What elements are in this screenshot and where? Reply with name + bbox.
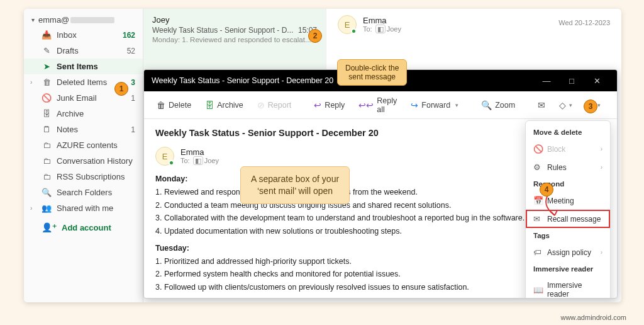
mail-icon: ✉ (538, 100, 545, 110)
forward-button[interactable]: ↪Forward▾ (406, 97, 464, 113)
presence-dot-icon (351, 28, 357, 34)
sidebar-item-label: Sent Items (57, 62, 135, 71)
sidebar-item-label: Conversation History (57, 156, 135, 166)
meeting-icon: 📅 (533, 196, 542, 205)
close-button[interactable]: ✕ (584, 76, 609, 86)
sidebar-item-folder[interactable]: 🗀 Conversation History (24, 153, 143, 169)
count: 3 (131, 78, 135, 87)
sidebar-item-label: Shared with me (57, 203, 135, 213)
forward-icon: ↪ (411, 100, 418, 110)
avatar: E (338, 15, 357, 34)
list-subject: Weekly Task Status - Senior Support - D.… (152, 26, 293, 35)
sidebar-item-shared[interactable]: › 👥 Shared with me (24, 200, 143, 216)
chevron-right-icon: › (30, 79, 32, 86)
add-account-label: Add account (62, 223, 111, 232)
sidebar-item-label: Archive (57, 109, 135, 118)
sidebar-item-label: AZURE contents (57, 140, 135, 150)
notes-icon: 🗒 (42, 125, 52, 134)
block-icon: 🚫 (533, 144, 542, 154)
recipient-chip[interactable]: ◧ (375, 25, 386, 33)
person-plus-icon: 👤⁺ (42, 222, 57, 232)
account-email: emma@ (38, 15, 69, 25)
presence-dot-icon (169, 160, 174, 166)
step-badge-1: 1 (114, 82, 128, 96)
chevron-right-icon: › (601, 249, 602, 256)
tip-double-click: Double-click the sent message (337, 59, 407, 86)
unread-count: 162 (123, 31, 135, 40)
menu-label: Meeting (547, 197, 574, 205)
menu-assign-policy[interactable]: 🏷Assign policy› (526, 243, 610, 261)
sidebar-item-notes[interactable]: 🗒 Notes 1 (24, 122, 143, 137)
categorize-button[interactable]: ◇▾ (554, 97, 577, 113)
junk-icon: 🚫 (42, 93, 52, 103)
archive-icon: 🗄 (42, 109, 52, 118)
add-account-button[interactable]: 👤⁺ Add account (24, 216, 143, 236)
zoom-icon: 🔍 (481, 100, 492, 110)
chevron-down-icon: ▾ (455, 102, 458, 108)
archive-icon: 🗄 (205, 100, 214, 110)
step-badge-2: 2 (308, 29, 322, 43)
replyall-icon: ↩↩ (358, 100, 374, 110)
folder-icon: 🗀 (42, 156, 52, 166)
tag-icon: ◇ (559, 100, 566, 110)
to-label: To: (180, 157, 190, 164)
count: 1 (131, 125, 135, 134)
btn-label: Zoom (495, 101, 515, 110)
btn-label: Report (268, 101, 292, 110)
read-to: Joey (387, 25, 401, 33)
btn-label: Delete (169, 101, 191, 110)
list-from: Joey (152, 15, 317, 25)
menu-label: Immersive reader (547, 281, 602, 299)
reply-button[interactable]: ↩Reply (309, 97, 350, 113)
count: 52 (127, 47, 135, 55)
archive-button[interactable]: 🗄Archive (200, 97, 248, 113)
folder-icon: 🗀 (42, 172, 52, 181)
btn-label: Reply all (377, 96, 397, 114)
zoom-button[interactable]: 🔍Zoom (476, 97, 520, 113)
sidebar-item-folder[interactable]: 🗀 RSS Subscriptions (24, 169, 143, 185)
minimize-button[interactable]: — (534, 76, 559, 86)
recipient-chip[interactable]: ◧ (193, 156, 203, 165)
sidebar-item-label: Search Folders (57, 188, 135, 197)
shared-icon: 👥 (42, 203, 52, 213)
menu-heading: Move & delete (526, 125, 610, 140)
menu-label: Block (547, 145, 565, 154)
mark-read-button[interactable]: ✉ (533, 97, 550, 113)
more-menu: Move & delete 🚫Block› ⚙Rules› Respond 📅M… (525, 120, 611, 299)
sidebar-item-folder[interactable]: 🗀 AZURE contents (24, 137, 143, 153)
chevron-down-icon: ▾ (597, 102, 601, 108)
sent-icon: ➤ (42, 62, 52, 71)
sidebar-item-drafts[interactable]: ✎ Drafts 52 (24, 43, 143, 59)
sidebar-item-search-folders[interactable]: 🔍 Search Folders (24, 185, 143, 200)
outlook-frame: ▾ emma@ 📥 Inbox 162 ✎ Drafts 52 ➤ Sent I… (24, 9, 621, 302)
delete-button[interactable]: 🗑Delete (152, 97, 196, 113)
sidebar-item-label: RSS Subscriptions (57, 172, 135, 181)
sidebar-item-sent[interactable]: ➤ Sent Items (24, 59, 143, 74)
step-badge-3: 3 (584, 100, 597, 113)
menu-label: Rules (547, 163, 567, 172)
trash-icon: 🗑 (42, 77, 52, 87)
menu-meeting[interactable]: 📅Meeting (526, 191, 610, 210)
menu-label: Assign policy (547, 248, 591, 257)
menu-recall[interactable]: ✉Recall message (526, 210, 610, 228)
account-header[interactable]: ▾ emma@ (24, 13, 143, 27)
report-button: ⊘Report (252, 97, 297, 113)
sidebar-item-inbox[interactable]: 📥 Inbox 162 (24, 27, 143, 43)
avatar: E (155, 147, 174, 166)
sidebar-item-label: Drafts (57, 46, 127, 55)
trash-icon: 🗑 (157, 100, 165, 110)
chevron-right-icon: › (601, 164, 602, 171)
sidebar-item-archive[interactable]: 🗄 Archive (24, 106, 143, 122)
maximize-button[interactable]: □ (559, 76, 584, 86)
folder-sidebar: ▾ emma@ 📥 Inbox 162 ✎ Drafts 52 ➤ Sent I… (24, 9, 143, 302)
replyall-button[interactable]: ↩↩Reply all (353, 93, 402, 117)
menu-rules[interactable]: ⚙Rules› (526, 158, 610, 176)
body-from: Emma (180, 147, 219, 157)
message-list-item[interactable]: Joey Weekly Task Status - Senior Support… (143, 9, 326, 72)
menu-heading: Immersive reader (526, 261, 610, 277)
menu-immersive-reader[interactable]: 📖Immersive reader (526, 277, 610, 299)
tip-separate-box: A separate box of your ‘sent mail’ will … (240, 166, 350, 204)
menu-label: Recall message (547, 215, 601, 224)
folder-icon: 🗀 (42, 140, 52, 150)
list-preview: Monday: 1. Reviewed and responded to esc… (152, 36, 317, 43)
